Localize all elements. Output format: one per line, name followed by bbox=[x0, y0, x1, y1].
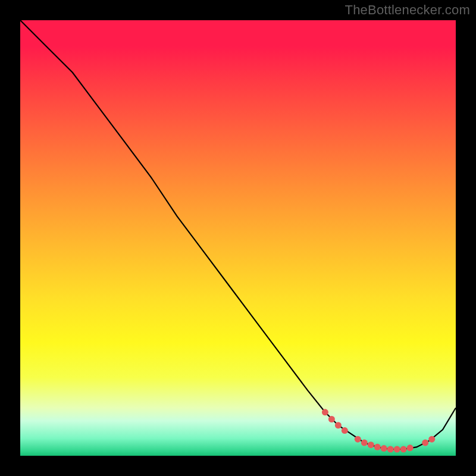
marker-dot bbox=[368, 441, 374, 448]
marker-dot bbox=[381, 445, 387, 452]
plot-area bbox=[20, 20, 456, 456]
marker-dot bbox=[428, 436, 435, 443]
attribution-text: TheBottlenecker.com bbox=[345, 2, 470, 18]
marker-dot bbox=[374, 444, 381, 450]
marker-dot bbox=[422, 440, 428, 446]
marker-dot bbox=[407, 444, 414, 451]
marker-dot bbox=[387, 446, 394, 453]
chart-overlay bbox=[20, 20, 456, 456]
marker-dot bbox=[394, 446, 400, 453]
marker-dot bbox=[355, 436, 361, 443]
bottleneck-curve bbox=[20, 20, 456, 449]
marker-dot bbox=[335, 422, 342, 428]
chart-frame: TheBottlenecker.com bbox=[0, 0, 476, 476]
marker-dot bbox=[400, 446, 407, 453]
marker-dot bbox=[328, 416, 335, 422]
marker-dot bbox=[322, 409, 328, 415]
marker-dot bbox=[361, 440, 368, 446]
marker-dot bbox=[342, 427, 348, 434]
